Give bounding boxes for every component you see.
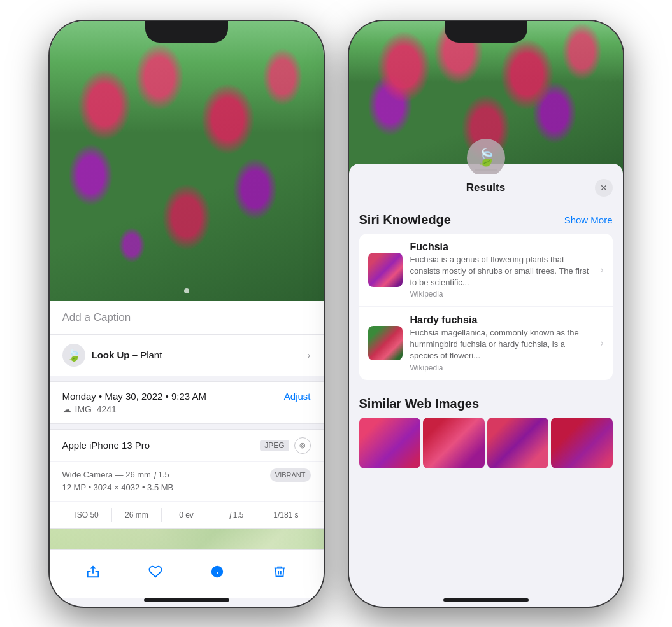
similar-image-4[interactable] xyxy=(551,418,613,468)
siri-knowledge-section: Siri Knowledge Show More Fuchsia Fuchsia… xyxy=(349,202,623,386)
right-phone-notch xyxy=(445,21,527,43)
like-button[interactable] xyxy=(141,558,169,586)
results-close-button[interactable]: ✕ xyxy=(595,179,613,197)
device-section: Apple iPhone 13 Pro JPEG ◎ VIBRANT Wide … xyxy=(50,429,324,530)
lookup-suffix: Plant xyxy=(138,349,162,360)
show-more-button[interactable]: Show More xyxy=(564,215,613,225)
hardy-thumbnail xyxy=(368,326,403,360)
meta-section: Monday • May 30, 2022 • 9:23 AM Adjust ☁… xyxy=(50,381,324,424)
similar-images-section: Similar Web Images xyxy=(349,386,623,474)
hardy-content: Hardy fuchsia Fuchsia magellanica, commo… xyxy=(410,314,593,372)
left-phone: Add a Caption 🍃 Look Up – Plant › Monday… xyxy=(50,21,324,607)
flower-image-left[interactable] xyxy=(50,21,324,301)
bottom-toolbar xyxy=(50,549,324,598)
knowledge-card: Fuchsia Fuchsia is a genus of flowering … xyxy=(359,234,613,380)
vibrant-badge: VIBRANT xyxy=(270,468,311,483)
siri-bubble[interactable]: 🍃 xyxy=(467,139,505,174)
phone-notch xyxy=(145,21,228,43)
right-home-indicator xyxy=(443,598,529,602)
jpeg-badge: JPEG xyxy=(260,440,289,451)
home-indicator xyxy=(144,598,229,602)
image-page-dot xyxy=(184,288,189,293)
resolution-info: 12 MP • 3024 × 4032 • 3.5 MB xyxy=(62,481,311,495)
lookup-text[interactable]: Look Up – Plant xyxy=(92,349,162,360)
cloud-icon: ☁ xyxy=(62,404,71,414)
hardy-description: Fuchsia magellanica, commonly known as t… xyxy=(410,327,593,362)
siri-leaf-icon: 🍃 xyxy=(476,148,496,167)
similar-image-3[interactable] xyxy=(487,418,549,468)
similar-image-1[interactable] xyxy=(359,418,421,468)
knowledge-item-hardy[interactable]: Hardy fuchsia Fuchsia magellanica, commo… xyxy=(359,307,613,380)
flower-image-right: 🍃 xyxy=(349,21,623,174)
knowledge-item-fuchsia[interactable]: Fuchsia Fuchsia is a genus of flowering … xyxy=(359,234,613,307)
share-button[interactable] xyxy=(79,558,107,586)
exif-shutter: 1/181 s xyxy=(261,508,310,522)
fuchsia-description: Fuchsia is a genus of flowering plants t… xyxy=(410,254,593,289)
lookup-chevron: › xyxy=(308,350,311,360)
device-badges: JPEG ◎ xyxy=(260,437,310,454)
hardy-name: Hardy fuchsia xyxy=(410,314,593,326)
hardy-chevron: › xyxy=(600,337,603,349)
siri-knowledge-header: Siri Knowledge Show More xyxy=(359,213,613,227)
caption-placeholder[interactable]: Add a Caption xyxy=(62,311,131,323)
map-area[interactable] xyxy=(50,529,324,549)
meta-filename-row: ☁ IMG_4241 xyxy=(62,404,311,414)
device-row: Apple iPhone 13 Pro JPEG ◎ xyxy=(50,430,324,462)
exif-ev: 0 ev xyxy=(162,508,211,522)
left-phone-screen: Add a Caption 🍃 Look Up – Plant › Monday… xyxy=(50,21,324,607)
info-panel[interactable]: Add a Caption 🍃 Look Up – Plant › Monday… xyxy=(50,301,324,549)
exif-iso: ISO 50 xyxy=(62,508,112,522)
fuchsia-name: Fuchsia xyxy=(410,241,593,253)
similar-images-grid xyxy=(359,418,613,468)
fuchsia-content: Fuchsia Fuchsia is a genus of flowering … xyxy=(410,241,593,299)
lookup-row[interactable]: 🍃 Look Up – Plant › xyxy=(50,335,324,376)
info-button[interactable] xyxy=(203,558,231,586)
exif-focal: 26 mm xyxy=(112,508,162,522)
fuchsia-thumbnail xyxy=(368,253,403,287)
delete-button[interactable] xyxy=(266,558,294,586)
exif-row: ISO 50 26 mm 0 ev ƒ1.5 1/181 s xyxy=(50,502,324,528)
caption-area[interactable]: Add a Caption xyxy=(50,301,324,335)
siri-knowledge-title: Siri Knowledge xyxy=(359,213,451,227)
right-phone-screen: 🍃 Results ✕ Siri Knowledge Show More xyxy=(349,21,623,607)
fuchsia-source: Wikipedia xyxy=(410,290,593,299)
meta-date: Monday • May 30, 2022 • 9:23 AM xyxy=(62,391,206,402)
fuchsia-chevron: › xyxy=(600,264,603,276)
results-header: Results ✕ xyxy=(349,171,623,202)
results-bottom-sheet[interactable]: Results ✕ Siri Knowledge Show More Fuchs… xyxy=(349,164,623,598)
meta-date-row: Monday • May 30, 2022 • 9:23 AM Adjust xyxy=(62,391,311,402)
lookup-bold: Look Up – xyxy=(92,349,138,360)
similar-images-title: Similar Web Images xyxy=(359,397,613,411)
lookup-icon: 🍃 xyxy=(62,344,85,367)
results-title: Results xyxy=(466,181,505,194)
adjust-button[interactable]: Adjust xyxy=(284,391,311,402)
aperture-badge-circle: ◎ xyxy=(294,437,311,454)
filename: IMG_4241 xyxy=(75,404,117,414)
similar-image-2[interactable] xyxy=(423,418,485,468)
exif-aperture: ƒ1.5 xyxy=(211,508,261,522)
camera-specs: VIBRANT Wide Camera — 26 mm ƒ1.5 12 MP •… xyxy=(50,462,324,502)
device-name: Apple iPhone 13 Pro xyxy=(62,440,150,451)
right-phone: 🍃 Results ✕ Siri Knowledge Show More xyxy=(349,21,623,607)
hardy-source: Wikipedia xyxy=(410,363,593,372)
